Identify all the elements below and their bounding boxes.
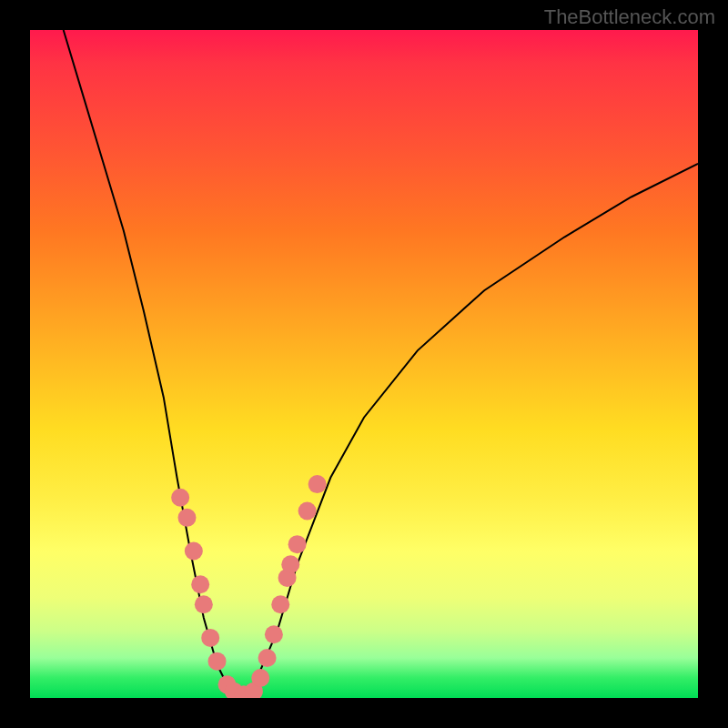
data-marker — [201, 629, 219, 647]
data-marker — [298, 501, 317, 520]
bottleneck-curve-right — [244, 164, 698, 698]
data-marker — [258, 649, 277, 667]
data-marker — [251, 669, 269, 687]
data-marker — [208, 652, 227, 671]
chart-svg-overlay — [30, 30, 698, 698]
data-marker — [308, 475, 327, 493]
data-marker — [265, 625, 283, 643]
data-marker — [195, 595, 213, 613]
data-marker — [288, 535, 307, 553]
watermark-text: TheBottleneck.com — [544, 5, 715, 29]
data-marker — [281, 555, 299, 573]
data-marker — [271, 595, 289, 613]
data-marker — [191, 575, 209, 593]
data-markers-group — [171, 475, 326, 698]
chart-container: TheBottleneck.com — [0, 0, 728, 728]
data-marker — [177, 509, 196, 527]
data-marker — [171, 489, 189, 507]
bottleneck-curve-left — [64, 30, 244, 698]
data-marker — [185, 542, 203, 561]
